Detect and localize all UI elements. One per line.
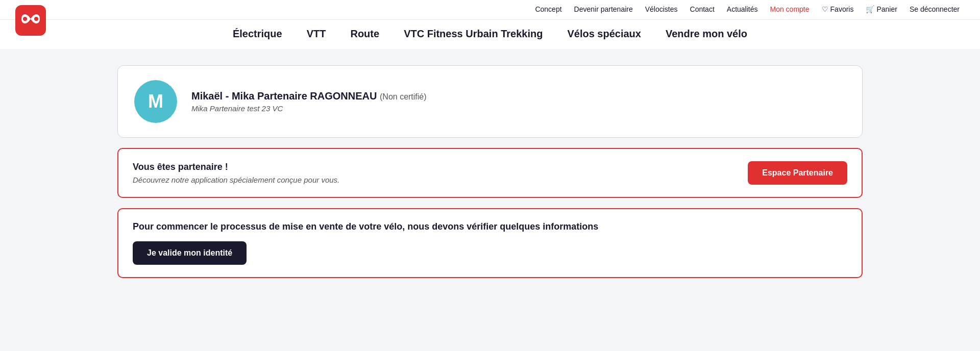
validate-identity-button[interactable]: Je valide mon identité: [133, 241, 247, 265]
nav-devenir-partenaire[interactable]: Devenir partenaire: [574, 5, 633, 13]
nav-mon-compte[interactable]: Mon compte: [770, 5, 810, 13]
nav-vtc-fitness[interactable]: VTC Fitness Urbain Trekking: [404, 28, 543, 40]
nav-route[interactable]: Route: [350, 28, 379, 40]
main-nav: Électrique VTT Route VTC Fitness Urbain …: [0, 21, 980, 49]
svg-point-1: [34, 17, 38, 21]
nav-favoris[interactable]: ♡ Favoris: [822, 5, 854, 13]
top-nav: Concept Devenir partenaire Vélocistes Co…: [0, 0, 980, 18]
nav-vtt[interactable]: VTT: [307, 28, 326, 40]
non-certifie-badge: (Non certifié): [380, 92, 427, 101]
logo[interactable]: [15, 5, 46, 36]
heart-icon: ♡: [822, 5, 828, 13]
profile-name: Mikaël - Mika Partenaire RAGONNEAU (Non …: [191, 90, 427, 102]
partner-banner: Vous êtes partenaire ! Découvrez notre a…: [117, 148, 863, 198]
logo-icon: [21, 12, 40, 29]
nav-actualites[interactable]: Actualités: [727, 5, 758, 13]
partner-banner-text: Vous êtes partenaire ! Découvrez notre a…: [133, 162, 339, 184]
identity-banner: Pour commencer le processus de mise en v…: [117, 208, 863, 278]
identity-banner-title: Pour commencer le processus de mise en v…: [133, 221, 847, 232]
nav-velos-speciaux[interactable]: Vélos spéciaux: [567, 28, 641, 40]
nav-velocistes[interactable]: Vélocistes: [645, 5, 678, 13]
nav-se-deconnecter[interactable]: Se déconnecter: [910, 5, 960, 13]
partner-banner-title: Vous êtes partenaire !: [133, 162, 339, 172]
profile-info: Mikaël - Mika Partenaire RAGONNEAU (Non …: [191, 90, 427, 113]
main-content: M Mikaël - Mika Partenaire RAGONNEAU (No…: [97, 65, 883, 278]
nav-contact[interactable]: Contact: [690, 5, 715, 13]
partner-banner-description: Découvrez notre application spécialement…: [133, 176, 339, 184]
svg-point-0: [23, 17, 27, 21]
profile-subtitle: Mika Partenaire test 23 VC: [191, 104, 427, 113]
nav-electrique[interactable]: Électrique: [233, 28, 282, 40]
nav-concept[interactable]: Concept: [535, 5, 561, 13]
nav-vendre-mon-velo[interactable]: Vendre mon vélo: [666, 28, 747, 40]
espace-partenaire-button[interactable]: Espace Partenaire: [748, 161, 847, 185]
cart-icon: 🛒: [866, 5, 874, 13]
nav-panier[interactable]: 🛒 Panier: [866, 5, 897, 13]
profile-card: M Mikaël - Mika Partenaire RAGONNEAU (No…: [117, 65, 863, 138]
avatar: M: [134, 80, 177, 123]
